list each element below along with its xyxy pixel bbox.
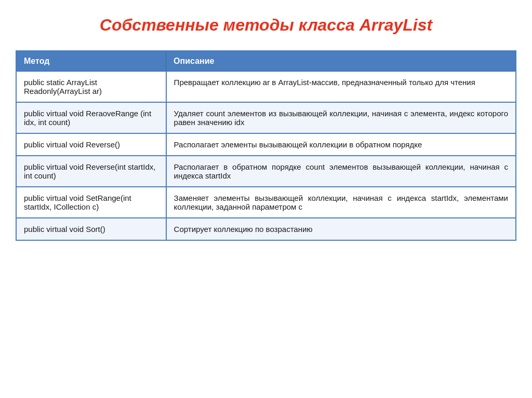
method-column-header: Метод bbox=[16, 51, 166, 72]
table-row: public static ArrayList Readonly(ArrayLi… bbox=[16, 72, 516, 103]
methods-table: Метод Описание public static ArrayList R… bbox=[16, 50, 516, 241]
description-cell: Располагает элементы вызывающей коллекци… bbox=[166, 133, 516, 156]
method-cell: public virtual void Reverse(int startIdx… bbox=[16, 156, 166, 187]
table-row: public virtual void Sort()Сортирует колл… bbox=[16, 218, 516, 240]
description-cell: Располагает в обратном порядке count эле… bbox=[166, 156, 516, 187]
method-cell: public virtual void Reverse() bbox=[16, 133, 166, 156]
method-cell: public virtual void ReraoveRange (int id… bbox=[16, 102, 166, 133]
table-header-row: Метод Описание bbox=[16, 51, 516, 72]
description-cell: Превращает коллекцию ar в ArrayList-масс… bbox=[166, 72, 516, 103]
page-title: Собственные методы класса ArrayList bbox=[16, 10, 516, 40]
table-row: public virtual void ReraoveRange (int id… bbox=[16, 102, 516, 133]
description-cell: Сортирует коллекцию по возрастанию bbox=[166, 218, 516, 240]
description-cell: Заменяет элементы вызывающей коллекции, … bbox=[166, 187, 516, 218]
method-cell: public virtual void Sort() bbox=[16, 218, 166, 240]
method-cell: public static ArrayList Readonly(ArrayLi… bbox=[16, 72, 166, 103]
description-column-header: Описание bbox=[166, 51, 516, 72]
description-cell: Удаляет count элементов из вызывающей ко… bbox=[166, 102, 516, 133]
method-cell: public virtual void SetRange(int startId… bbox=[16, 187, 166, 218]
table-row: public virtual void Reverse()Располагает… bbox=[16, 133, 516, 156]
table-row: public virtual void Reverse(int startIdx… bbox=[16, 156, 516, 187]
table-row: public virtual void SetRange(int startId… bbox=[16, 187, 516, 218]
